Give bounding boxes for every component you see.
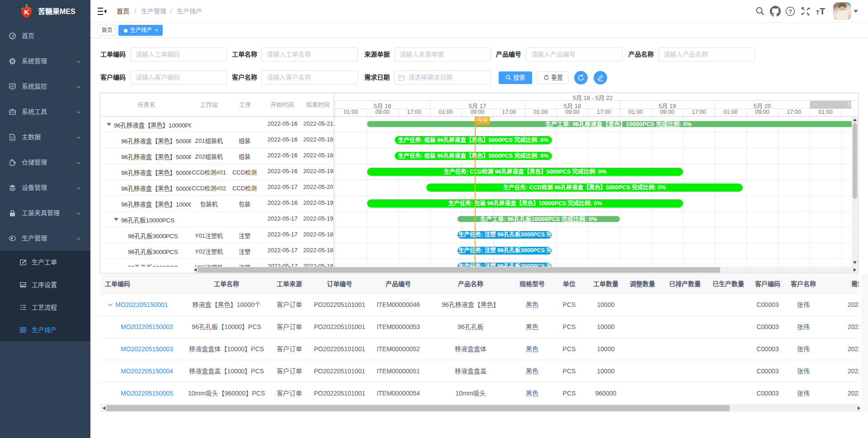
- svg-text:K: K: [24, 8, 29, 16]
- svg-text:T: T: [816, 9, 820, 16]
- svg-text:?: ?: [788, 9, 792, 15]
- svg-text:T: T: [820, 6, 825, 16]
